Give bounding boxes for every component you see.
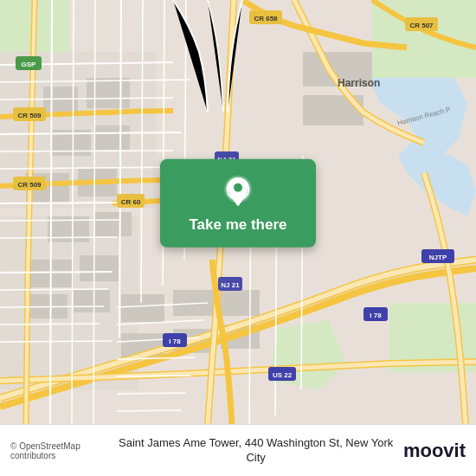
- svg-rect-18: [80, 255, 119, 281]
- svg-rect-16: [95, 212, 132, 236]
- moovit-text: moovit: [403, 440, 466, 462]
- svg-text:CR 658: CR 658: [254, 15, 278, 23]
- svg-line-38: [0, 272, 113, 273]
- svg-rect-27: [221, 290, 260, 316]
- svg-rect-10: [87, 78, 130, 108]
- svg-text:I 78: I 78: [370, 312, 382, 319]
- svg-text:US 22: US 22: [273, 371, 293, 379]
- svg-rect-24: [173, 290, 215, 316]
- svg-text:NJTP: NJTP: [429, 254, 447, 261]
- osm-attribution-text: © OpenStreetMap contributors: [10, 441, 80, 460]
- moovit-logo: moovit: [403, 440, 466, 462]
- svg-line-37: [0, 237, 117, 238]
- svg-line-40: [0, 306, 104, 307]
- svg-rect-17: [30, 260, 74, 287]
- svg-text:I 78: I 78: [169, 338, 181, 345]
- location-pin-icon: [221, 175, 255, 209]
- svg-line-36: [0, 220, 121, 221]
- take-me-there-label: Take me there: [189, 216, 286, 234]
- svg-rect-23: [121, 294, 164, 322]
- svg-line-49: [117, 410, 182, 411]
- address-text: Saint James Ame Tower, 440 Washington St…: [108, 436, 402, 466]
- svg-text:NJ 21: NJ 21: [221, 281, 240, 289]
- svg-text:CR 509: CR 509: [17, 181, 42, 189]
- svg-text:CR 509: CR 509: [17, 112, 42, 119]
- svg-line-33: [0, 151, 173, 151]
- svg-line-48: [117, 393, 186, 394]
- svg-point-88: [234, 183, 242, 192]
- svg-line-39: [0, 289, 108, 290]
- svg-rect-12: [95, 125, 130, 150]
- svg-text:GSP: GSP: [22, 61, 37, 68]
- osm-attribution: © OpenStreetMap contributors: [10, 441, 108, 460]
- svg-text:Harrison: Harrison: [338, 77, 380, 89]
- svg-text:CR 60: CR 60: [121, 198, 141, 206]
- svg-line-47: [117, 376, 190, 376]
- take-me-there-button[interactable]: Take me there: [160, 159, 316, 248]
- svg-line-42: [0, 341, 113, 342]
- bottom-bar: © OpenStreetMap contributors Saint James…: [0, 424, 476, 476]
- svg-text:CR 507: CR 507: [409, 22, 434, 29]
- svg-rect-20: [74, 290, 110, 312]
- map-area: GSP CR 658 NJ 21 NJ 21 I 78 I 78 US 22 C…: [0, 0, 476, 424]
- svg-line-35: [0, 203, 125, 203]
